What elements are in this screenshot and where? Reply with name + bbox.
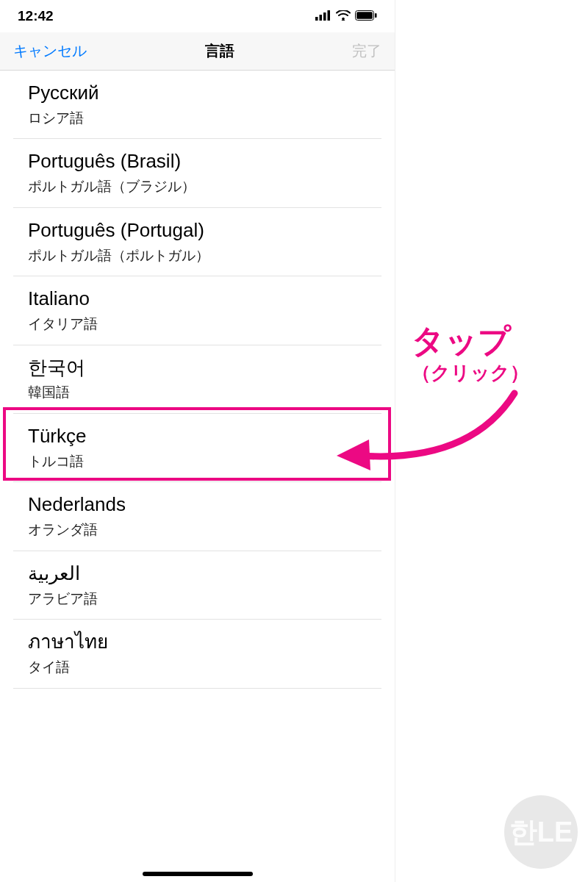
- language-native-name: Português (Portugal): [28, 218, 367, 243]
- nav-title: 言語: [205, 41, 234, 61]
- language-native-name: Русский: [28, 81, 367, 106]
- svg-rect-1: [320, 15, 323, 21]
- svg-rect-2: [323, 12, 326, 21]
- language-localized-name: 韓国語: [28, 383, 367, 403]
- language-localized-name: トルコ語: [28, 452, 367, 472]
- watermark: 한LE: [504, 795, 578, 869]
- svg-rect-0: [315, 17, 318, 21]
- language-localized-name: アラビア語: [28, 589, 367, 609]
- language-native-name: العربية: [28, 562, 367, 587]
- language-list[interactable]: Русский ロシア語 Português (Brasil) ポルトガル語（ブ…: [0, 71, 395, 689]
- annotation-sub: （クリック）: [412, 360, 529, 386]
- language-localized-name: オランダ語: [28, 520, 367, 540]
- done-button[interactable]: 完了: [352, 41, 381, 61]
- list-item[interactable]: Nederlands オランダ語: [13, 482, 381, 551]
- nav-bar: キャンセル 言語 完了: [0, 32, 395, 71]
- list-item[interactable]: Português (Brasil) ポルトガル語（ブラジル）: [13, 139, 381, 207]
- cellular-icon: [315, 8, 331, 24]
- home-indicator[interactable]: [143, 872, 253, 876]
- language-localized-name: イタリア語: [28, 315, 367, 334]
- language-localized-name: ロシア語: [28, 109, 367, 129]
- language-native-name: ภาษาไทย: [28, 630, 367, 655]
- svg-rect-7: [375, 13, 377, 18]
- language-localized-name: ポルトガル語（ポルトガル）: [28, 246, 367, 266]
- phone-screen: 12:42 キャンセル 言語 完了 Русский ロシア語 Português…: [0, 0, 395, 882]
- battery-icon: [355, 8, 377, 24]
- language-native-name: Italiano: [28, 287, 367, 312]
- annotation: タップ （クリック）: [412, 323, 529, 386]
- list-item[interactable]: العربية アラビア語: [13, 551, 381, 620]
- list-item[interactable]: ภาษาไทย タイ語: [13, 620, 381, 688]
- list-item[interactable]: Русский ロシア語: [13, 71, 381, 139]
- language-native-name: Nederlands: [28, 492, 367, 517]
- svg-point-4: [342, 18, 345, 21]
- status-bar: 12:42: [0, 0, 395, 32]
- svg-rect-6: [356, 12, 373, 19]
- status-time: 12:42: [18, 8, 54, 24]
- language-native-name: Türkçe: [28, 424, 367, 449]
- language-localized-name: ポルトガル語（ブラジル）: [28, 177, 367, 197]
- watermark-text: 한LE: [509, 820, 573, 845]
- wifi-icon: [336, 8, 351, 24]
- annotation-main: タップ: [412, 323, 529, 359]
- list-item[interactable]: Italiano イタリア語: [13, 276, 381, 345]
- list-item[interactable]: Türkçe トルコ語: [13, 414, 381, 482]
- language-native-name: 한국어: [28, 356, 367, 381]
- list-item-korean[interactable]: 한국어 韓国語: [13, 345, 381, 414]
- svg-rect-3: [328, 10, 331, 21]
- language-localized-name: タイ語: [28, 658, 367, 678]
- cancel-button[interactable]: キャンセル: [13, 41, 87, 61]
- list-item[interactable]: Português (Portugal) ポルトガル語（ポルトガル）: [13, 208, 381, 276]
- status-right: [315, 8, 377, 24]
- language-native-name: Português (Brasil): [28, 149, 367, 174]
